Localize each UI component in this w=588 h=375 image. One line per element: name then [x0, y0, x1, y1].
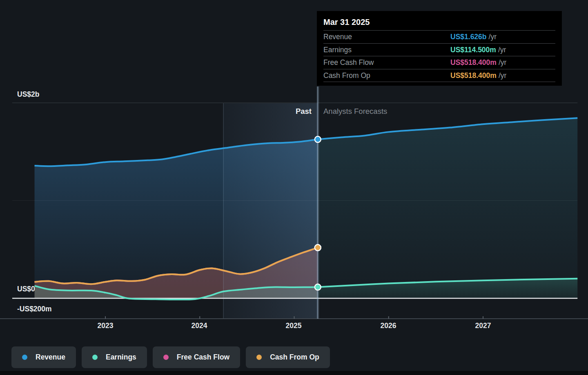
legend-label: Cash From Op — [270, 353, 319, 362]
free-cash-flow-dot-icon — [163, 355, 169, 360]
tooltip-label-free-cash-flow: Free Cash Flow — [323, 58, 374, 67]
legend: Revenue Earnings Free Cash Flow Cash Fro… — [11, 346, 330, 368]
chart-tooltip: Mar 31 2025 Revenue US$1.626b/yr Earning… — [317, 11, 562, 86]
tooltip-suffix: /yr — [499, 58, 506, 67]
tooltip-label-earnings: Earnings — [323, 46, 352, 54]
x-axis-label-2027: 2027 — [465, 322, 501, 330]
tooltip-value-free-cash-flow: US$518.400m — [450, 58, 497, 67]
tooltip-value-earnings: US$114.500m — [450, 46, 496, 54]
legend-label: Earnings — [106, 353, 136, 362]
tooltip-row-earnings: Earnings US$114.500m/yr — [323, 43, 555, 56]
revenue-dot-icon — [22, 355, 27, 360]
revenue-area-forecast — [318, 118, 577, 298]
x-axis-label-2024: 2024 — [181, 322, 218, 330]
tooltip-date-title: Mar 31 2025 — [323, 15, 555, 30]
tooltip-label-revenue: Revenue — [323, 33, 352, 41]
tooltip-value-cash-from-op: US$518.400m — [450, 71, 497, 80]
tooltip-value-revenue: US$1.626b — [450, 33, 487, 41]
y-axis-label-neg200m: -US$200m — [17, 305, 52, 313]
y-axis-label-2b: US$2b — [17, 90, 39, 99]
tooltip-row-cash-from-op: Cash From Op US$518.400m/yr — [323, 69, 555, 82]
tooltip-suffix: /yr — [489, 33, 497, 41]
past-section-label: Past — [230, 107, 312, 116]
y-axis-label-0: US$0 — [17, 285, 35, 293]
revenue-marker — [315, 136, 321, 142]
x-axis-label-2025: 2025 — [275, 322, 312, 330]
earnings-dot-icon — [92, 355, 98, 360]
legend-label: Revenue — [36, 353, 65, 362]
tooltip-suffix: /yr — [499, 71, 506, 80]
analysts-forecasts-section-label: Analysts Forecasts — [323, 107, 387, 116]
bottom-bar — [0, 371, 588, 375]
earnings-marker — [315, 284, 321, 290]
legend-item-revenue[interactable]: Revenue — [11, 346, 76, 368]
page-root: US$2b US$0 -US$200m 2023 2024 2025 2026 … — [0, 0, 588, 375]
tooltip-row-free-cash-flow: Free Cash Flow US$518.400m/yr — [323, 56, 555, 69]
cash-from-op-marker — [315, 244, 321, 251]
tooltip-label-cash-from-op: Cash From Op — [323, 71, 370, 80]
x-axis-label-2023: 2023 — [87, 322, 124, 330]
legend-item-earnings[interactable]: Earnings — [82, 346, 147, 368]
legend-item-cash-from-op[interactable]: Cash From Op — [246, 346, 330, 368]
tooltip-row-revenue: Revenue US$1.626b/yr — [323, 30, 555, 43]
chart-layers — [0, 87, 588, 319]
x-axis-label-2026: 2026 — [370, 322, 407, 330]
legend-item-free-cash-flow[interactable]: Free Cash Flow — [153, 346, 240, 368]
tooltip-suffix: /yr — [498, 46, 506, 54]
legend-label: Free Cash Flow — [177, 353, 229, 362]
cash-from-op-dot-icon — [256, 355, 262, 360]
